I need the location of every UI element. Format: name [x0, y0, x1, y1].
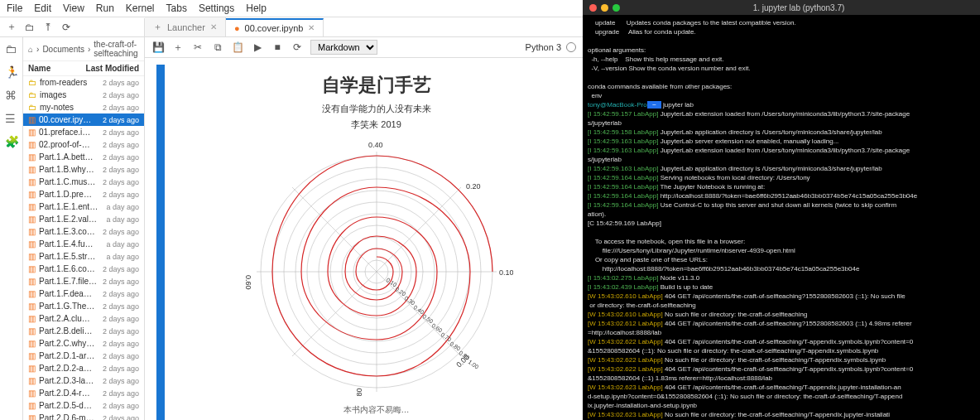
stop-icon[interactable]: ■ [271, 41, 284, 54]
menu-kernel[interactable]: Kernel [126, 2, 155, 14]
notebook-icon: ▥ [28, 302, 36, 311]
file-row[interactable]: ▥Part.2.D.1-ar…2 days ago [23, 350, 144, 362]
col-modified[interactable]: Last Modified [86, 64, 139, 73]
file-row[interactable]: ▥01.preface.i…2 days ago [23, 126, 144, 138]
file-row[interactable]: ▥02.proof-of-…2 days ago [23, 138, 144, 151]
crumb-folder[interactable]: the-craft-of-selfteaching [94, 40, 139, 58]
file-row[interactable]: ▥Part.1.E.7.file…2 days ago [23, 275, 144, 287]
file-row[interactable]: ▥Part.1.E.5.str…a day ago [23, 250, 144, 263]
file-row[interactable]: ▥Part.1.B.why…2 days ago [23, 163, 144, 176]
traffic-close-icon[interactable] [589, 4, 597, 12]
file-modified: 2 days ago [103, 228, 139, 236]
extension-icon[interactable]: 🧩 [5, 135, 18, 148]
kernel-name[interactable]: Python 3 [526, 42, 561, 52]
tab-notebook[interactable]: ● 00.cover.ipynb ✕ [226, 18, 324, 36]
file-modified: 2 days ago [103, 265, 139, 273]
file-row[interactable]: ▥Part.1.D.pre…2 days ago [23, 188, 144, 200]
kernel-status-icon[interactable] [566, 42, 576, 52]
file-row[interactable]: ▥Part.2.A.clu…2 days ago [23, 312, 144, 325]
refresh-icon[interactable]: ⟳ [60, 21, 73, 34]
file-row[interactable]: ▥Part.1.E.3.co…2 days ago [23, 225, 144, 238]
file-name: Part.1.E.3.co… [39, 227, 99, 236]
file-row[interactable]: ▥Part.1.E.1.ent…a day ago [23, 200, 144, 213]
file-row[interactable]: 🗀images2 days ago [23, 89, 144, 101]
close-icon[interactable]: ✕ [308, 23, 315, 32]
file-row[interactable]: ▥Part.2.D.5-d…2 days ago [23, 399, 144, 412]
crumb-documents[interactable]: Documents [42, 45, 84, 54]
file-row[interactable]: 🗀my-notes2 days ago [23, 101, 144, 113]
tab-label: Launcher [167, 22, 205, 32]
files-icon[interactable]: 🗀 [5, 42, 18, 56]
file-modified: 2 days ago [103, 414, 139, 421]
cell[interactable]: 自学是门手艺 没有自学能力的人没有未来 李笑来 2019 [145, 65, 583, 420]
file-modified: 2 days ago [103, 290, 139, 298]
traffic-max-icon[interactable] [612, 4, 620, 12]
col-name[interactable]: Name [28, 64, 86, 73]
file-row[interactable]: ▥Part.2.D.4-r…2 days ago [23, 387, 144, 399]
file-name: Part.2.D.1-ar… [39, 351, 99, 360]
notebook-icon: ▥ [28, 376, 36, 385]
file-row[interactable]: ▥Part.1.C.mus…2 days ago [23, 176, 144, 188]
notebook-icon: ▥ [28, 239, 36, 249]
file-row[interactable]: 🗀from-readers2 days ago [23, 76, 144, 89]
traffic-min-icon[interactable] [601, 4, 608, 12]
upload-icon[interactable]: ⤒ [41, 21, 55, 34]
menu-help[interactable]: Help [246, 2, 267, 14]
menu-file[interactable]: File [7, 2, 22, 14]
file-modified: a day ago [106, 240, 139, 249]
file-modified: 2 days ago [103, 327, 139, 336]
file-row[interactable]: ▥Part.2.B.deli…2 days ago [23, 325, 144, 337]
notebook-icon: ▥ [28, 165, 36, 174]
notebook-icon: ▥ [28, 326, 36, 336]
cut-icon[interactable]: ✂ [191, 41, 204, 54]
file-modified: 2 days ago [103, 364, 139, 373]
terminal-body[interactable]: update Updates conda packages to the lat… [583, 15, 980, 420]
svg-text:0.20: 0.20 [466, 182, 481, 191]
add-cell-icon[interactable]: ＋ [171, 41, 185, 54]
file-row[interactable]: ▥Part.1.F.dea…2 days ago [23, 287, 144, 300]
file-row[interactable]: ▥Part.1.E.6.co…2 days ago [23, 263, 144, 275]
menu-settings[interactable]: Settings [199, 2, 234, 14]
file-row[interactable]: ▥Part.1.E.2.val…a day ago [23, 213, 144, 225]
save-icon[interactable]: 💾 [151, 41, 165, 54]
breadcrumb[interactable]: ⌂ › Documents › the-craft-of-selfteachin… [23, 37, 144, 61]
file-name: Part.1.G.The… [39, 302, 99, 311]
new-launcher-icon[interactable]: ＋ [5, 21, 18, 34]
file-name: images [40, 90, 99, 99]
cell-type-select[interactable]: Markdown [310, 40, 377, 55]
footnote: 本书内容不易晦… [186, 404, 566, 416]
file-modified: 2 days ago [103, 315, 139, 323]
file-row[interactable]: ▥Part.1.A.bett…2 days ago [23, 151, 144, 163]
file-row[interactable]: ▥Part.1.E.4.fu…a day ago [23, 238, 144, 250]
file-row[interactable]: ▥00.cover.ipy…2 days ago [23, 113, 144, 126]
run-icon[interactable]: ▶ [251, 41, 264, 54]
menu-run[interactable]: Run [96, 2, 114, 14]
notebook-cells[interactable]: 自学是门手艺 没有自学能力的人没有未来 李笑来 2019 [145, 58, 583, 420]
notebook-icon: ▥ [28, 227, 36, 236]
new-folder-icon[interactable]: 🗀 [23, 21, 36, 34]
notebook-icon: ▥ [28, 190, 36, 199]
file-row[interactable]: ▥Part.2.C.why…2 days ago [23, 337, 144, 350]
file-row[interactable]: ▥Part.1.G.The…2 days ago [23, 300, 144, 312]
home-icon[interactable]: ⌂ [28, 45, 33, 54]
file-modified: 2 days ago [103, 402, 139, 410]
menu-view[interactable]: View [63, 2, 84, 14]
tabs-icon[interactable]: ☰ [5, 112, 18, 125]
paste-icon[interactable]: 📋 [231, 41, 244, 54]
menu-edit[interactable]: Edit [34, 2, 51, 14]
notebook-icon: ▥ [28, 115, 36, 124]
copy-icon[interactable]: ⧉ [211, 41, 224, 54]
running-icon[interactable]: 🏃 [5, 65, 18, 79]
file-name: my-notes [40, 103, 99, 112]
file-row[interactable]: ▥Part.2.D.2-a…2 days ago [23, 362, 144, 374]
commands-icon[interactable]: ⌘ [5, 89, 18, 102]
menu-tabs[interactable]: Tabs [166, 2, 187, 14]
restart-icon[interactable]: ⟳ [291, 41, 304, 54]
svg-text:1.00: 1.00 [467, 359, 479, 370]
file-row[interactable]: ▥Part.2.D.3-la…2 days ago [23, 374, 144, 387]
file-name: Part.1.E.1.ent… [39, 202, 103, 211]
tab-launcher[interactable]: ＋ Launcher ✕ [145, 17, 226, 36]
close-icon[interactable]: ✕ [210, 22, 217, 31]
file-list[interactable]: 🗀from-readers2 days ago🗀images2 days ago… [23, 76, 144, 420]
file-row[interactable]: ▥Part.2.D.6-m…2 days ago [23, 412, 144, 420]
